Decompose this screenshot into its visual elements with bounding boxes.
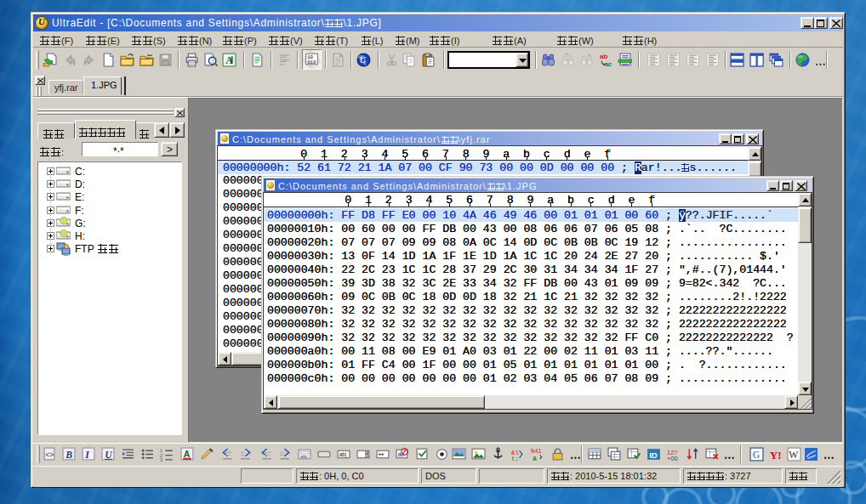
svg-text:ID: ID	[649, 450, 658, 460]
svg-text:Y!: Y!	[770, 450, 781, 462]
svg-text:3: 3	[160, 457, 162, 462]
svg-text:I: I	[84, 450, 89, 461]
svg-text:010: 010	[307, 59, 316, 65]
svg-text:B: B	[65, 450, 72, 461]
svg-text:W: W	[789, 450, 798, 461]
svg-text:+00: +00	[667, 455, 678, 462]
svg-text:<>: <>	[45, 451, 54, 460]
svg-text:G: G	[753, 450, 761, 461]
svg-text:ac: ac	[604, 60, 612, 67]
svg-text:%41: %41	[531, 448, 541, 455]
svg-text:t;: t;	[511, 456, 519, 462]
svg-text:**: **	[379, 451, 385, 460]
svg-text:abc: abc	[300, 454, 308, 459]
svg-text:A: A	[533, 456, 537, 462]
svg-text:ab|: ab|	[339, 451, 347, 458]
svg-text:A: A	[184, 449, 191, 459]
svg-text:U: U	[105, 450, 112, 461]
